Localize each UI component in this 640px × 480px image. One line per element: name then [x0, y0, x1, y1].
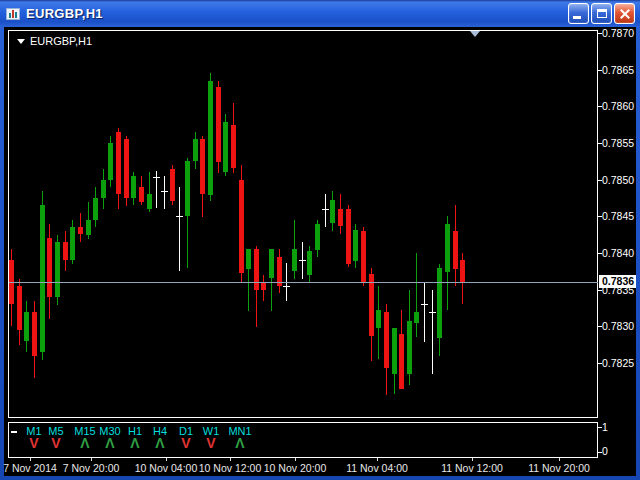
subwindow-dash-icon	[11, 431, 17, 433]
price-axis-label: 0.7830	[602, 320, 634, 332]
candle-body	[261, 282, 266, 290]
signal-arrow-down-icon: V	[181, 436, 190, 450]
candle-body	[453, 231, 458, 269]
signal-arrow-up-icon: Λ	[130, 436, 139, 450]
candle-body	[384, 312, 389, 368]
price-axis-tick	[598, 216, 602, 217]
signal-arrow-up-icon: Λ	[155, 436, 164, 450]
signal-arrow-up-icon: Λ	[105, 436, 114, 450]
subwindow-scale-bottom: 0	[602, 445, 608, 457]
price-axis-tick	[598, 143, 602, 144]
time-axis-label: 11 Nov 12:00	[441, 462, 503, 474]
candle-body	[93, 198, 98, 220]
candle-body	[376, 310, 381, 328]
candle-body	[307, 251, 312, 275]
candle-body	[147, 194, 152, 209]
candle-body	[47, 238, 52, 297]
current-price-box: 0.7836	[599, 275, 636, 288]
candle-body	[208, 81, 213, 195]
price-axis-tick	[598, 106, 602, 107]
candle-body	[239, 180, 244, 273]
time-axis-label: 10 Nov 04:00	[135, 462, 197, 474]
price-axis-tick	[598, 363, 602, 364]
candle-body	[70, 227, 75, 260]
signal-arrow-up-icon: Λ	[235, 436, 244, 450]
candle-body	[185, 161, 190, 216]
time-axis-tick	[559, 458, 560, 461]
minimize-icon	[573, 16, 581, 19]
candle-body	[40, 205, 45, 352]
candle-body	[32, 312, 37, 356]
window-title: EURGBP,H1	[26, 6, 568, 21]
time-axis-label: 11 Nov 04:00	[346, 462, 408, 474]
price-axis-tick	[598, 180, 602, 181]
price-axis-label: 0.7850	[602, 174, 634, 186]
time-axis-label: 7 Nov 20:00	[63, 462, 120, 474]
signal-arrow-up-icon: Λ	[80, 436, 89, 450]
candle-doji-bar	[283, 286, 290, 287]
candle-wick	[416, 253, 417, 337]
window-titlebar[interactable]: EURGBP,H1	[0, 0, 640, 27]
candle-wick	[164, 176, 165, 209]
signal-arrow-down-icon: V	[206, 436, 215, 450]
chart-symbol-label: EURGBP,H1	[17, 35, 92, 47]
candle-body	[231, 125, 236, 168]
candle-doji-bar	[299, 260, 306, 261]
main-chart-frame[interactable]	[8, 30, 598, 418]
candle-body	[407, 321, 412, 374]
time-axis-tick	[295, 458, 296, 461]
signal-arrow-down-icon: V	[51, 436, 60, 450]
bid-price-line	[9, 282, 598, 283]
candle-body	[200, 139, 205, 194]
time-axis-tick	[230, 458, 231, 461]
candle-body	[315, 224, 320, 250]
restore-button[interactable]	[591, 3, 612, 24]
restore-icon	[597, 9, 607, 18]
time-axis-label: 11 Nov 20:00	[528, 462, 590, 474]
candle-body	[445, 224, 450, 272]
price-axis-tick	[598, 70, 602, 71]
time-axis-label: 10 Nov 20:00	[264, 462, 326, 474]
candle-body	[78, 227, 83, 234]
chart-shift-marker-icon[interactable]	[470, 31, 480, 37]
candle-body	[338, 209, 343, 226]
signal-arrow-down-icon: V	[29, 436, 38, 450]
candle-wick	[179, 187, 180, 271]
candle-body	[223, 122, 228, 172]
candle-body	[414, 312, 419, 323]
candle-body	[353, 230, 358, 261]
time-axis-tick	[91, 458, 92, 461]
price-axis-label: 0.7855	[602, 137, 634, 149]
indicator-subwindow	[8, 422, 598, 458]
candle-wick	[325, 194, 326, 227]
subwindow-scale-top: 1	[602, 421, 608, 433]
price-axis-label: 0.7845	[602, 210, 634, 222]
candle-body	[369, 274, 374, 336]
candle-body	[124, 139, 129, 198]
candle-doji-bar	[322, 209, 329, 210]
time-axis-tick	[472, 458, 473, 461]
candle-body	[170, 169, 175, 201]
price-axis-label: 0.7870	[602, 27, 634, 39]
candle-body	[139, 187, 144, 202]
candle-body	[437, 268, 442, 338]
candle-doji-bar	[176, 216, 183, 217]
candle-doji-bar	[161, 191, 168, 192]
candle-body	[116, 132, 121, 194]
candle-body	[24, 312, 29, 341]
chart-window-icon	[6, 8, 20, 20]
close-button[interactable]	[614, 3, 635, 24]
symbol-collapse-icon	[17, 39, 25, 44]
time-axis-label: 10 Nov 12:00	[199, 462, 261, 474]
candle-body	[101, 180, 106, 198]
price-axis-tick	[598, 326, 602, 327]
candle-body	[330, 200, 335, 223]
candle-body	[86, 220, 91, 235]
candle-doji-bar	[429, 312, 436, 313]
candle-body	[392, 328, 397, 374]
price-axis-tick	[598, 290, 602, 291]
minimize-button[interactable]	[568, 3, 589, 24]
price-axis-tick	[598, 253, 602, 254]
time-axis-label: 7 Nov 2014	[3, 462, 57, 474]
candle-body	[292, 249, 297, 271]
